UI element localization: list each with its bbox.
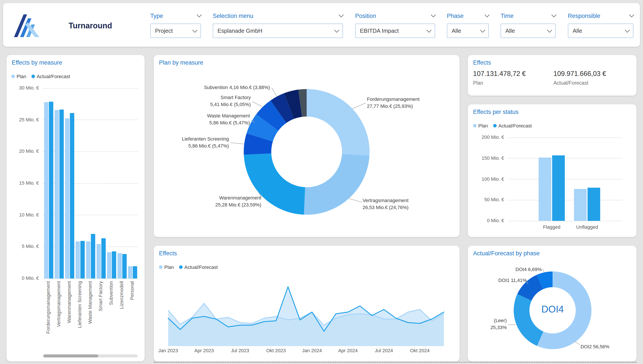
bar-plan-smart-factory[interactable]: [96, 244, 101, 278]
bar-actual-flagged[interactable]: [552, 156, 565, 221]
filter-position-header[interactable]: Position: [355, 11, 435, 20]
filter-selection-menu-dropdown[interactable]: Esplanade GmbH: [213, 24, 343, 38]
horizontal-scrollbar[interactable]: [43, 354, 138, 358]
gridline: [508, 179, 622, 180]
y-axis-label: 150 Mio. €: [468, 156, 505, 160]
bar-plan-personal[interactable]: [128, 266, 132, 278]
bar-plan-waste-management[interactable]: [86, 241, 90, 278]
filter-value: Alle: [505, 28, 515, 34]
slice-value: 5,86 Mio.€ (5,47%): [159, 142, 229, 149]
donut-slice-forderungsmanagement[interactable]: [307, 89, 370, 156]
x-axis-label: Subvention: [108, 281, 114, 355]
kpi-actual-forecast: 109.971.666,03 € Actual/Forecast: [553, 70, 606, 86]
slice-name: Forderungsmanagement: [367, 96, 446, 102]
bar-plan-warenmanagement[interactable]: [65, 118, 69, 278]
filter-time-header[interactable]: Time: [501, 11, 556, 20]
filter-responsible-dropdown[interactable]: Alle: [568, 24, 633, 38]
chevron-down-icon: [480, 28, 485, 32]
filter-selection-menu-header[interactable]: Selection menu: [213, 11, 343, 20]
filter-label: Selection menu: [213, 12, 253, 19]
legend-label: Actual/Forecast: [184, 264, 218, 270]
panel-effects-per-status: Effects per status Plan Actual/Forecast …: [468, 104, 636, 237]
legend-dot-icon: [159, 265, 162, 269]
filter-label: Time: [501, 12, 513, 19]
bar-plan-forderungsmanagement[interactable]: [44, 102, 48, 278]
slice-name: DOI2: [580, 344, 592, 349]
bar-plan-unflagged[interactable]: [574, 189, 587, 221]
area-chart: [154, 246, 460, 362]
filter-phase-dropdown[interactable]: Alle: [447, 24, 489, 38]
y-axis-label: 100 Mio. €: [468, 176, 505, 181]
donut-label-smart-factory: Smart Factory 5,41 Mio.€ (5,05%): [181, 94, 251, 108]
bar-plan-subvention[interactable]: [107, 252, 111, 278]
scrollbar-thumb[interactable]: [43, 354, 98, 358]
slice-name: Warenmanagement: [187, 194, 261, 201]
x-axis-label: Okt 2023: [256, 348, 296, 353]
bar-plan-lizenzmodell[interactable]: [117, 253, 122, 278]
legend-item-actual[interactable]: Actual/Forecast: [493, 123, 532, 128]
x-axis-label: Lizenzmodell: [119, 281, 125, 355]
y-axis-label: 10 Mio. €: [7, 212, 40, 217]
chart-legend: Plan Actual/Forecast: [159, 264, 218, 270]
bar-actual-personal[interactable]: [133, 266, 137, 278]
filter-time-dropdown[interactable]: Alle: [501, 24, 556, 38]
dashboard: Turnaround Type Project Selection menu E…: [0, 0, 643, 364]
panel-effects-by-measure: Effects by measure Plan Actual/Forecast …: [7, 55, 145, 362]
bar-actual-forderungsmanagement[interactable]: [49, 102, 53, 278]
chevron-down-icon: [629, 12, 634, 18]
bar-actual-smart-factory[interactable]: [101, 238, 106, 278]
y-axis-label: 0 Mio. €: [468, 218, 505, 223]
chevron-down-icon: [547, 28, 552, 32]
legend-item-plan[interactable]: Plan: [11, 74, 26, 79]
kpi-value: 107.131.478,72 €: [473, 70, 526, 78]
bar-plan-flagged[interactable]: [539, 158, 551, 221]
bar-actual-waste-management[interactable]: [91, 234, 95, 278]
gridline: [508, 137, 622, 138]
bar-actual-unflagged[interactable]: [587, 188, 600, 221]
chart-legend: Plan Actual/Forecast: [473, 123, 532, 128]
gridline: [508, 221, 622, 221]
chevron-down-icon: [427, 28, 432, 32]
x-axis-label: Okt 2024: [400, 348, 439, 353]
chevron-down-icon: [625, 28, 630, 32]
header: Turnaround Type Project Selection menu E…: [3, 3, 640, 47]
legend-item-plan[interactable]: Plan: [159, 264, 174, 270]
donut-label-lieferanten-screening: Lieferanten Screening 5,86 Mio.€ (5,47%): [159, 135, 229, 149]
legend-dot-icon: [11, 75, 15, 78]
donut-label-doi2: DOI2 56,56%: [580, 343, 633, 350]
x-axis-label: Smart Factory: [98, 281, 104, 355]
filter-type-header[interactable]: Type: [150, 11, 201, 20]
app-title: Turnaround: [69, 22, 112, 30]
bar-plan-lieferanten-screening[interactable]: [75, 241, 80, 278]
logo-icon: [12, 11, 42, 39]
donut-slice-leer[interactable]: [514, 294, 543, 346]
slice-value: 5,41 Mio.€ (5,05%): [181, 101, 251, 108]
x-axis-label: Personal: [129, 281, 135, 355]
filter-responsible-header[interactable]: Responsible: [568, 11, 633, 20]
bar-actual-subvention[interactable]: [112, 252, 116, 278]
filter-value: Project: [155, 28, 173, 34]
chart-title: Effects: [159, 250, 177, 257]
filter-label: Responsible: [568, 12, 600, 19]
chart-title: Actual/Forecast by phase: [473, 250, 540, 257]
legend-label: Actual/Forecast: [498, 123, 532, 128]
donut-slice-vertragsmanagement[interactable]: [304, 154, 370, 215]
bar-actual-lizenzmodell[interactable]: [122, 254, 126, 278]
legend-item-actual[interactable]: Actual/Forecast: [179, 264, 218, 270]
legend-item-actual[interactable]: Actual/Forecast: [32, 74, 70, 79]
slice-value: 4,16 Mio.€ (3,88%): [229, 85, 270, 90]
filter-phase-header[interactable]: Phase: [447, 11, 489, 20]
x-axis-label: Jan 2023: [149, 348, 188, 353]
bar-actual-lieferanten-screening[interactable]: [80, 241, 85, 278]
chevron-down-icon: [197, 12, 202, 18]
filter-type-dropdown[interactable]: Project: [150, 24, 201, 38]
filter-position-dropdown[interactable]: EBITDA Impact: [355, 24, 435, 38]
x-axis-label: Forderungsmanagement: [46, 281, 52, 355]
bar-actual-warenmanagement[interactable]: [70, 113, 74, 278]
kpi-value: 109.971.666,03 €: [553, 70, 606, 78]
chart-title: Effects: [473, 59, 491, 66]
legend-item-plan[interactable]: Plan: [473, 123, 488, 128]
bar-plan-vertragsmanagement[interactable]: [54, 110, 59, 278]
bar-actual-vertragsmanagement[interactable]: [59, 110, 64, 278]
filter-value: Esplanade GmbH: [217, 28, 262, 34]
